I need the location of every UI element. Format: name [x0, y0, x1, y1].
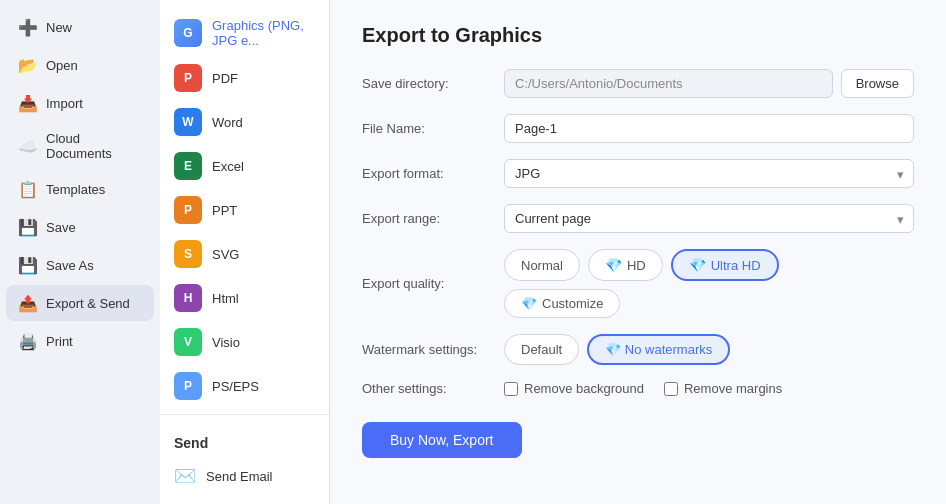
export-quality-controls: Normal 💎 HD 💎 Ultra HD 💎 Customize: [504, 249, 779, 318]
format-item-svg[interactable]: S SVG: [160, 232, 329, 276]
export-range-row: Export range: Current page All pages Cus…: [362, 204, 914, 233]
sidebar-item-open[interactable]: 📂 Open: [6, 47, 154, 83]
word-format-icon: W: [174, 108, 202, 136]
sidebar-item-import[interactable]: 📥 Import: [6, 85, 154, 121]
svg-format-icon: S: [174, 240, 202, 268]
other-settings-controls: Remove background Remove margins: [504, 381, 782, 396]
excel-label: Excel: [212, 159, 244, 174]
quality-hd-button[interactable]: 💎 HD: [588, 249, 663, 281]
save-directory-controls: Browse: [504, 69, 914, 98]
watermark-default-button[interactable]: Default: [504, 334, 579, 365]
remove-background-checkbox[interactable]: [504, 382, 518, 396]
format-item-graphics[interactable]: G Graphics (PNG, JPG e...: [160, 10, 329, 56]
pdf-format-icon: P: [174, 64, 202, 92]
print-icon: 🖨️: [18, 331, 38, 351]
send-section-header: Send: [160, 421, 329, 457]
cloud-icon: ☁️: [18, 136, 38, 156]
format-item-excel[interactable]: E Excel: [160, 144, 329, 188]
export-format-select[interactable]: JPG PNG BMP TIFF: [504, 159, 914, 188]
word-label: Word: [212, 115, 243, 130]
watermark-row: Watermark settings: Default 💎 No waterma…: [362, 334, 914, 365]
graphics-format-icon: G: [174, 19, 202, 47]
other-settings-row: Other settings: Remove background Remove…: [362, 381, 914, 396]
customize-gem-icon: 💎: [521, 296, 537, 311]
save-directory-label: Save directory:: [362, 76, 492, 91]
send-email-label: Send Email: [206, 469, 272, 484]
remove-background-checkbox-item[interactable]: Remove background: [504, 381, 644, 396]
export-range-select[interactable]: Current page All pages Custom range: [504, 204, 914, 233]
sidebar-label-save: Save: [46, 220, 76, 235]
save-directory-row: Save directory: Browse: [362, 69, 914, 98]
visio-format-icon: V: [174, 328, 202, 356]
sidebar-item-save[interactable]: 💾 Save: [6, 209, 154, 245]
browse-button[interactable]: Browse: [841, 69, 914, 98]
export-format-row: Export format: JPG PNG BMP TIFF: [362, 159, 914, 188]
export-format-control: JPG PNG BMP TIFF: [504, 159, 914, 188]
watermark-label: Watermark settings:: [362, 342, 492, 357]
quality-buttons: Normal 💎 HD 💎 Ultra HD: [504, 249, 779, 281]
format-item-visio[interactable]: V Visio: [160, 320, 329, 364]
sidebar-label-open: Open: [46, 58, 78, 73]
file-name-label: File Name:: [362, 121, 492, 136]
other-settings-label: Other settings:: [362, 381, 492, 396]
ultrahd-gem-icon: 💎: [689, 257, 706, 273]
sidebar-item-templates[interactable]: 📋 Templates: [6, 171, 154, 207]
watermark-buttons: Default 💎 No watermarks: [504, 334, 730, 365]
sidebar-item-print[interactable]: 🖨️ Print: [6, 323, 154, 359]
file-name-input[interactable]: [504, 114, 914, 143]
new-icon: ➕: [18, 17, 38, 37]
quality-normal-button[interactable]: Normal: [504, 249, 580, 281]
remove-margins-label: Remove margins: [684, 381, 782, 396]
export-format-label: Export format:: [362, 166, 492, 181]
remove-margins-checkbox[interactable]: [664, 382, 678, 396]
format-item-ps[interactable]: P PS/EPS: [160, 364, 329, 408]
watermark-default-label: Default: [521, 342, 562, 357]
buy-now-export-button[interactable]: Buy Now, Export: [362, 422, 522, 458]
sidebar-label-print: Print: [46, 334, 73, 349]
hd-label: HD: [627, 258, 646, 273]
graphics-label: Graphics (PNG, JPG e...: [212, 18, 315, 48]
customize-button[interactable]: 💎 Customize: [504, 289, 620, 318]
save-icon: 💾: [18, 217, 38, 237]
templates-icon: 📋: [18, 179, 38, 199]
import-icon: 📥: [18, 93, 38, 113]
format-item-html[interactable]: H Html: [160, 276, 329, 320]
sidebar-item-new[interactable]: ➕ New: [6, 9, 154, 45]
quality-ultrahd-button[interactable]: 💎 Ultra HD: [671, 249, 779, 281]
sidebar-item-cloud[interactable]: ☁️ Cloud Documents: [6, 123, 154, 169]
watermark-gem-icon: 💎: [605, 342, 621, 357]
watermark-none-button[interactable]: 💎 No watermarks: [587, 334, 730, 365]
watermark-none-label: No watermarks: [625, 342, 712, 357]
sidebar-label-new: New: [46, 20, 72, 35]
sidebar-label-import: Import: [46, 96, 83, 111]
file-name-control: [504, 114, 914, 143]
html-format-icon: H: [174, 284, 202, 312]
html-label: Html: [212, 291, 239, 306]
sidebar-label-saveas: Save As: [46, 258, 94, 273]
buy-btn-container: Buy Now, Export: [362, 412, 914, 458]
sidebar-label-cloud: Cloud Documents: [46, 131, 142, 161]
export-quality-label: Export quality:: [362, 276, 492, 291]
open-icon: 📂: [18, 55, 38, 75]
sidebar-item-saveas[interactable]: 💾 Save As: [6, 247, 154, 283]
ppt-label: PPT: [212, 203, 237, 218]
ppt-format-icon: P: [174, 196, 202, 224]
ps-format-icon: P: [174, 372, 202, 400]
remove-background-label: Remove background: [524, 381, 644, 396]
saveas-icon: 💾: [18, 255, 38, 275]
sidebar-item-export[interactable]: 📤 Export & Send: [6, 285, 154, 321]
save-directory-input[interactable]: [504, 69, 833, 98]
customize-label: Customize: [542, 296, 603, 311]
export-icon: 📤: [18, 293, 38, 313]
export-range-label: Export range:: [362, 211, 492, 226]
excel-format-icon: E: [174, 152, 202, 180]
main-content: Export to Graphics Save directory: Brows…: [330, 0, 946, 504]
send-item-email[interactable]: ✉️ Send Email: [160, 457, 329, 495]
remove-margins-checkbox-item[interactable]: Remove margins: [664, 381, 782, 396]
visio-label: Visio: [212, 335, 240, 350]
format-item-ppt[interactable]: P PPT: [160, 188, 329, 232]
normal-label: Normal: [521, 258, 563, 273]
sidebar: ➕ New 📂 Open 📥 Import ☁️ Cloud Documents…: [0, 0, 160, 504]
format-item-word[interactable]: W Word: [160, 100, 329, 144]
format-item-pdf[interactable]: P PDF: [160, 56, 329, 100]
